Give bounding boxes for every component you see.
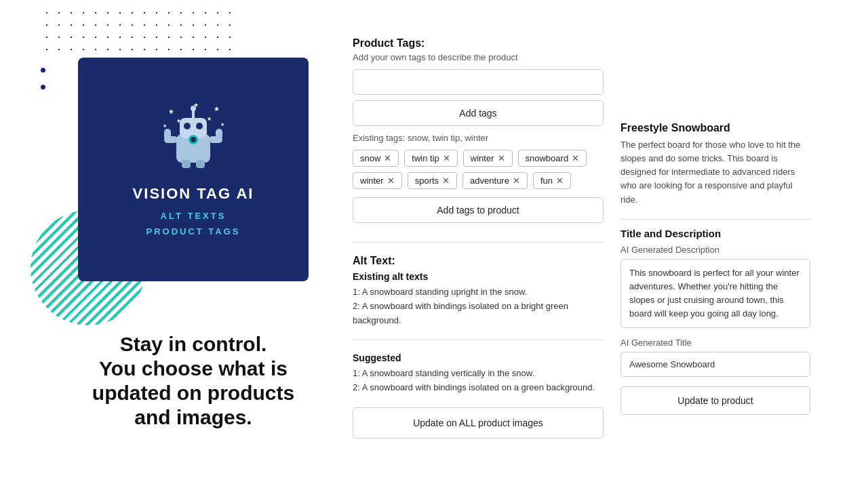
tag-snow-remove[interactable]: ✕ (384, 153, 391, 163)
alt-suggested-section: Suggested 1: A snowboard standing vertic… (353, 352, 604, 395)
far-right-panel: Freestyle Snowboard The perfect board fo… (620, 122, 810, 415)
svg-rect-9 (192, 110, 195, 119)
brand-subtitle: ALT TEXTS PRODUCT TAGS (146, 208, 240, 240)
tags-container: snow ✕ twin tip ✕ winter ✕ snowboard ✕ w… (353, 150, 604, 189)
title-desc-section-label: Title and Description (620, 219, 810, 239)
tag-snowboard: snowboard ✕ (518, 150, 587, 167)
dot-pattern-top (41, 7, 231, 61)
right-panel: Product Tags: Add your own tags to descr… (353, 37, 604, 439)
alt-suggested-line-2: 2: A snowboard with bindings isolated on… (353, 381, 604, 395)
svg-rect-19 (182, 160, 191, 168)
add-tags-button[interactable]: Add tags (353, 100, 604, 126)
tag-twin-tip: twin tip ✕ (404, 150, 457, 167)
ai-title-label: AI Generated Title (620, 338, 810, 348)
tag-winter-1-remove[interactable]: ✕ (498, 153, 505, 163)
alt-existing-line-1: 1: A snowboard standing upright in the s… (353, 285, 604, 300)
tag-snow: snow ✕ (353, 150, 399, 167)
tag-sports-remove[interactable]: ✕ (442, 176, 450, 186)
add-tags-to-product-button[interactable]: Add tags to product (353, 197, 604, 223)
brand-card: ★ ★ ★ ★ ★ ★ ★ (78, 58, 309, 281)
left-panel: ★ ★ ★ ★ ★ ★ ★ (78, 58, 309, 281)
svg-point-11 (184, 123, 191, 129)
update-all-button[interactable]: Update on ALL product images (353, 407, 604, 439)
ai-description-box: This snowboard is perfect for all your w… (620, 259, 810, 329)
alt-text-title: Alt Text: (353, 255, 604, 267)
dot-bullets-left (41, 68, 45, 89)
tag-input[interactable] (353, 69, 604, 95)
svg-rect-20 (196, 160, 205, 168)
tag-fun-remove[interactable]: ✕ (556, 176, 564, 186)
product-tags-hint: Add your own tags to describe the produc… (353, 52, 604, 62)
tag-adventure-remove[interactable]: ✕ (513, 176, 520, 186)
tag-winter-1: winter ✕ (463, 150, 513, 167)
svg-text:★: ★ (214, 105, 220, 113)
tag-winter-2-remove[interactable]: ✕ (387, 176, 395, 186)
robot-icon: ★ ★ ★ ★ ★ ★ ★ (156, 99, 231, 174)
svg-point-10 (191, 106, 196, 111)
ai-description-label: AI Generated Description (620, 245, 810, 255)
svg-rect-18 (216, 129, 222, 140)
ai-title-input[interactable] (620, 352, 810, 377)
tag-twin-tip-remove[interactable]: ✕ (443, 153, 450, 163)
alt-divider (353, 340, 604, 340)
alt-existing-subtitle: Existing alt texts (353, 271, 604, 282)
section-divider (353, 242, 604, 243)
tag-winter-2: winter ✕ (353, 172, 402, 189)
alt-text-section: Alt Text: Existing alt texts 1: A snowbo… (353, 255, 604, 327)
alt-suggested-subtitle: Suggested (353, 352, 604, 363)
product-tags-title: Product Tags: (353, 37, 604, 49)
svg-text:★: ★ (168, 108, 174, 115)
svg-text:★: ★ (163, 123, 167, 128)
product-name: Freestyle Snowboard (620, 122, 810, 134)
svg-point-12 (196, 123, 203, 129)
tag-sports: sports ✕ (408, 172, 457, 189)
svg-point-14 (191, 137, 196, 142)
alt-suggested-line-1: 1: A snowboard standing vertically in th… (353, 367, 604, 381)
tag-fun: fun ✕ (533, 172, 571, 189)
tag-snowboard-remove[interactable]: ✕ (572, 153, 579, 163)
svg-rect-17 (164, 129, 171, 140)
tag-adventure: adventure ✕ (462, 172, 528, 189)
svg-text:★: ★ (220, 122, 224, 127)
existing-tags-label: Existing tags: snow, twin tip, winter (353, 133, 604, 143)
update-to-product-button[interactable]: Update to product (620, 386, 810, 415)
hero-text: Stay in control.You choose what isupdate… (78, 332, 309, 430)
brand-title: VISION TAG AI (133, 184, 254, 204)
svg-text:★: ★ (207, 116, 212, 122)
alt-existing-line-2: 2: A snowboard with bindings isolated on… (353, 300, 604, 328)
product-description: The perfect board for those who love to … (620, 138, 810, 207)
